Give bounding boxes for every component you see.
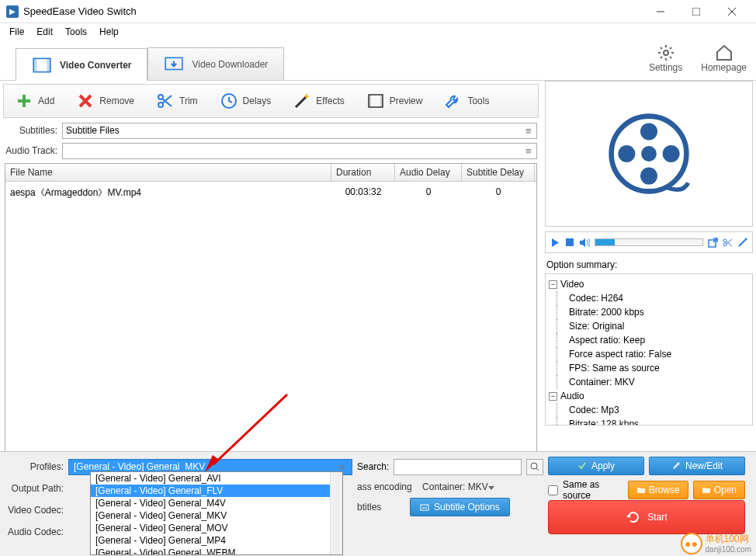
svg-point-16 [641, 146, 657, 162]
search-button[interactable] [526, 459, 543, 475]
subtitles-label: Subtitles: [5, 125, 62, 136]
close-button[interactable] [714, 0, 750, 23]
menu-help[interactable]: Help [93, 25, 125, 39]
dropdown-option[interactable]: [General - Video] General_FLV [91, 485, 342, 497]
tools-button[interactable]: Tools [433, 85, 500, 117]
media-controls [545, 231, 753, 253]
svg-point-25 [745, 238, 747, 240]
twopass-fragment: ass encoding [357, 481, 412, 492]
subtitle-options-button[interactable]: Subtitle Options [410, 498, 510, 516]
collapse-icon[interactable]: − [549, 392, 557, 401]
dropdown-option[interactable]: [General - Video] General_MKV [91, 509, 342, 522]
plus-icon [15, 92, 33, 110]
browse-button[interactable]: Browse [628, 481, 688, 499]
cell-subtitledelay: 0 [462, 182, 535, 204]
svg-point-18 [640, 168, 657, 185]
titlebar: ▶ SpeedEase Video Switch [0, 0, 756, 23]
trim-button[interactable]: Trim [145, 85, 209, 117]
start-button[interactable]: Start [548, 500, 745, 534]
svg-rect-1 [692, 8, 700, 16]
dropdown-option[interactable]: [General - Video] General_M4V [91, 497, 342, 509]
tree-item: Force aspect ratio: False [549, 347, 749, 361]
option-summary-label: Option summary: [546, 259, 751, 270]
apply-button[interactable]: Apply [548, 457, 644, 475]
watermark-icon: ●● [681, 533, 702, 554]
minimize-button[interactable] [643, 0, 678, 23]
dropdown-option[interactable]: [General - Video] General_AVI [91, 472, 342, 485]
play-button[interactable] [550, 238, 560, 248]
subtitles-combobox[interactable]: Subtitle Files [62, 123, 537, 139]
table-row[interactable]: aespa《Armageddon》MV.mp4 00:03:32 0 0 [5, 182, 536, 204]
tree-item: Container: MKV [549, 375, 749, 389]
stop-button[interactable] [565, 238, 574, 247]
svg-rect-6 [47, 58, 50, 71]
add-button[interactable]: Add [4, 85, 65, 117]
effects-mini-button[interactable] [737, 238, 747, 248]
same-as-source-checkbox[interactable] [548, 485, 558, 495]
outputpath-label: Output Path: [5, 483, 68, 494]
volume-button[interactable] [579, 238, 590, 248]
cell-filename: aespa《Armageddon》MV.mp4 [5, 182, 331, 204]
progress-bar[interactable] [595, 238, 703, 246]
homepage-button[interactable]: Homepage [701, 43, 747, 73]
delays-button[interactable]: Delays [209, 85, 283, 117]
open-button[interactable]: Open [693, 481, 745, 499]
tree-item: FPS: Same as source [549, 361, 749, 375]
remove-button[interactable]: Remove [65, 85, 145, 117]
audiocodec-label: Audio Codec: [5, 526, 68, 537]
chevron-down-icon [488, 481, 494, 492]
cut-button[interactable] [723, 238, 733, 248]
dropdown-option[interactable]: [General - Video] General_WEBM [91, 547, 342, 555]
folder-icon [636, 486, 646, 494]
menu-file[interactable]: File [3, 25, 30, 39]
reel-icon [606, 111, 692, 196]
tab-label: Video Downloader [192, 59, 268, 70]
collapse-icon[interactable]: − [549, 280, 557, 289]
refresh-icon [626, 509, 641, 525]
popout-button[interactable] [708, 238, 718, 248]
preview-pane [545, 81, 753, 227]
edit-icon [671, 461, 681, 471]
audiotrack-combobox[interactable] [62, 143, 537, 159]
gear-icon [657, 43, 675, 62]
tab-bar: Video Converter Video Downloader Setting… [0, 40, 756, 81]
col-audiodelay[interactable]: Audio Delay [395, 164, 462, 181]
file-table: File Name Duration Audio Delay Subtitle … [5, 163, 537, 455]
svg-point-17 [640, 123, 657, 140]
option-summary-tree[interactable]: −Video Codec: H264 Bitrate: 2000 kbps Si… [545, 273, 753, 426]
svg-point-24 [723, 243, 727, 246]
download-icon [164, 56, 184, 73]
settings-button[interactable]: Settings [649, 43, 682, 73]
svg-line-27 [536, 468, 539, 471]
tab-video-converter[interactable]: Video Converter [16, 48, 147, 81]
svg-rect-13 [369, 95, 371, 107]
audiotrack-label: Audio Track: [5, 145, 62, 156]
preview-button[interactable]: Preview [355, 85, 434, 117]
search-input[interactable] [394, 459, 522, 475]
tree-audio-node[interactable]: −Audio [549, 389, 749, 403]
col-subtitledelay[interactable]: Subtitle Delay [462, 164, 535, 181]
dropdown-option[interactable]: [General - Video] General_MOV [91, 522, 342, 534]
app-icon: ▶ [6, 5, 19, 18]
tree-video-node[interactable]: −Video [549, 277, 749, 291]
cell-audiodelay: 0 [395, 182, 462, 204]
dropdown-scrollbar[interactable] [330, 472, 342, 554]
maximize-button[interactable] [678, 0, 714, 23]
profiles-dropdown[interactable]: [General - Video] General_AVI [General -… [90, 471, 343, 555]
menu-tools[interactable]: Tools [59, 25, 93, 39]
combo-handle-icon [525, 125, 533, 137]
table-empty-area[interactable] [5, 204, 536, 454]
dropdown-option[interactable]: [General - Video] General_MP4 [91, 534, 342, 547]
videocodec-label: Video Codec: [5, 505, 68, 516]
tab-video-downloader[interactable]: Video Downloader [147, 47, 284, 80]
subtitles-fragment: btitles [357, 502, 381, 513]
container-combobox[interactable]: MKV [468, 481, 538, 492]
tree-item: Bitrate: 2000 kbps [549, 305, 749, 319]
tree-item: Codec: H264 [549, 291, 749, 305]
col-duration[interactable]: Duration [331, 164, 395, 181]
col-filename[interactable]: File Name [5, 164, 331, 181]
effects-button[interactable]: Effects [282, 85, 355, 117]
tree-item: Aspect ratio: Keep [549, 333, 749, 347]
newedit-button[interactable]: New/Edit [649, 457, 745, 475]
menu-edit[interactable]: Edit [30, 25, 59, 39]
